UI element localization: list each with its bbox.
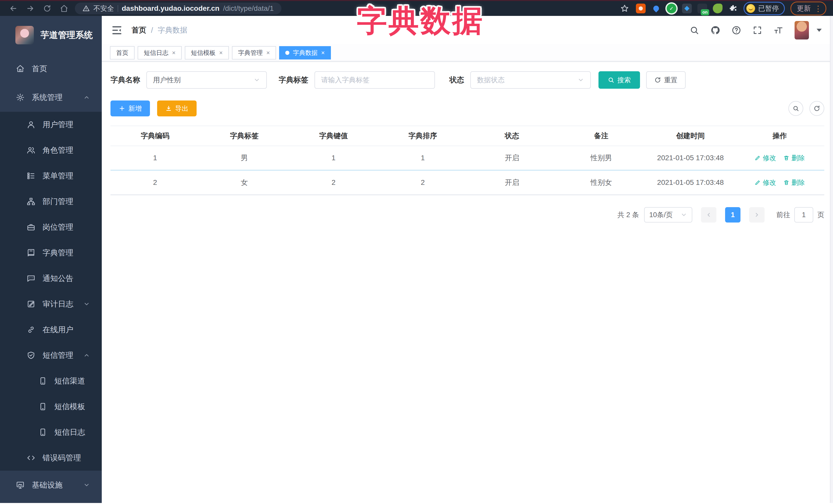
briefcase-icon — [27, 223, 35, 232]
sidebar-item-sms-channel[interactable]: 短信渠道 — [0, 368, 102, 394]
reset-button[interactable]: 重置 — [646, 71, 686, 89]
tab-sms-log[interactable]: 短信日志× — [138, 46, 182, 59]
paused-label: 已暂停 — [758, 4, 779, 13]
tab-home[interactable]: 首页 — [110, 46, 135, 59]
gear-icon — [16, 93, 25, 102]
goto-label: 前往 — [776, 210, 790, 219]
search-icon — [792, 105, 799, 112]
sidebar-item-roles[interactable]: 角色管理 — [0, 137, 102, 163]
security-label[interactable]: 不安全 — [93, 4, 114, 13]
sidebar-item-dict[interactable]: 字典管理 — [0, 240, 102, 266]
bookmark-star-icon[interactable] — [619, 3, 630, 14]
code-icon — [27, 454, 35, 462]
hamburger-icon[interactable] — [111, 24, 123, 36]
browser-update-button[interactable]: 更新 ⋮ — [790, 2, 826, 16]
pencil-icon — [755, 155, 761, 161]
tree-icon — [27, 197, 35, 206]
tab-sms-template[interactable]: 短信模板× — [185, 46, 229, 59]
page-size-select[interactable]: 10条/页 — [644, 207, 692, 222]
prev-page-button[interactable] — [701, 207, 716, 222]
sidebar-item-audit-logs[interactable]: 审计日志 — [0, 291, 102, 317]
close-icon[interactable]: × — [266, 50, 270, 56]
extension-green-check-icon[interactable]: ✓ — [667, 4, 676, 13]
col-dict-sort: 字典排序 — [378, 131, 467, 141]
back-icon[interactable] — [7, 2, 20, 15]
sidebar-item-departments[interactable]: 部门管理 — [0, 189, 102, 214]
scrollbar[interactable] — [830, 16, 833, 503]
extension-stats-icon[interactable] — [682, 4, 692, 13]
chat-icon — [27, 274, 35, 283]
status-text: 开启 — [468, 178, 557, 187]
phone-icon — [39, 402, 47, 411]
extension-orange-icon[interactable] — [636, 4, 646, 13]
address-bar[interactable]: 不安全 dashboard.yudao.iocoder.cn/dict/type… — [75, 3, 281, 14]
fullscreen-icon[interactable] — [753, 25, 762, 35]
sidebar-item-online-users[interactable]: 在线用户 — [0, 317, 102, 342]
sidebar-item-infrastructure[interactable]: 基础设施 — [0, 471, 102, 499]
delete-button[interactable]: 删除 — [783, 178, 805, 187]
breadcrumb-home[interactable]: 首页 — [132, 25, 146, 35]
sidebar-item-sms-log[interactable]: 短信日志 — [0, 419, 102, 445]
edit-button[interactable]: 修改 — [755, 178, 776, 187]
kebab-menu-icon[interactable]: ⋮ — [814, 4, 822, 13]
close-icon[interactable]: × — [321, 50, 325, 56]
font-size-icon[interactable] — [774, 25, 783, 35]
sidebar-item-notices[interactable]: 通知公告 — [0, 266, 102, 291]
forward-icon[interactable] — [24, 2, 37, 15]
status-select[interactable]: 数据状态 — [470, 71, 591, 89]
home-nav-icon[interactable] — [57, 2, 71, 15]
active-dot-icon — [285, 51, 289, 55]
col-create-time: 创建时间 — [646, 131, 735, 141]
sidebar-item-home[interactable]: 首页 — [0, 54, 102, 83]
extension-on-badge-icon[interactable]: on — [697, 4, 707, 13]
profile-paused-pill[interactable]: 已暂停 — [743, 2, 785, 15]
sidebar-item-error-codes[interactable]: 错误码管理 — [0, 445, 102, 471]
update-label: 更新 — [797, 4, 811, 13]
dict-name-label: 字典名称 — [111, 75, 140, 85]
avatar[interactable] — [794, 21, 809, 40]
toggle-search-button[interactable] — [788, 101, 803, 116]
github-icon[interactable] — [711, 25, 720, 35]
page-1-button[interactable]: 1 — [725, 207, 740, 222]
trash-icon — [783, 179, 789, 186]
extensions-puzzle-icon[interactable] — [728, 4, 738, 13]
plus-icon — [119, 105, 125, 112]
dict-tag-input[interactable] — [321, 76, 428, 84]
breadcrumb: 首页 / 字典数据 — [132, 25, 187, 35]
tab-dict-manage[interactable]: 字典管理× — [232, 46, 276, 59]
url-separator — [118, 5, 118, 12]
delete-button[interactable]: 删除 — [783, 153, 805, 163]
next-page-button[interactable] — [749, 207, 765, 222]
close-icon[interactable]: × — [219, 50, 223, 56]
status-text: 开启 — [468, 153, 557, 163]
sidebar-item-users[interactable]: 用户管理 — [0, 112, 102, 137]
goto-page-input[interactable] — [794, 207, 813, 222]
dict-name-select[interactable]: 用户性别 — [146, 71, 267, 89]
extension-blue-icon[interactable] — [651, 4, 661, 13]
add-button[interactable]: 新增 — [111, 100, 150, 116]
help-icon[interactable] — [732, 25, 741, 35]
sidebar-item-system[interactable]: 系统管理 — [0, 83, 102, 112]
export-button[interactable]: 导出 — [157, 100, 197, 116]
sidebar-item-posts[interactable]: 岗位管理 — [0, 214, 102, 240]
close-icon[interactable]: × — [172, 50, 175, 56]
sidebar-item-sms-template[interactable]: 短信模板 — [0, 394, 102, 419]
reload-icon[interactable] — [41, 2, 54, 15]
chevron-down-icon — [681, 212, 687, 218]
shield-icon — [27, 351, 35, 360]
sidebar: 芋道管理系统 首页 系统管理 用户管理 角色管理 菜单管理 — [0, 16, 102, 503]
page-unit-label: 页 — [817, 210, 824, 219]
logo[interactable]: 芋道管理系统 — [0, 16, 102, 54]
annotation-title: 字典数据 — [357, 1, 484, 42]
search-icon[interactable] — [689, 25, 699, 35]
edit-button[interactable]: 修改 — [755, 153, 776, 163]
extension-leaf-icon[interactable] — [713, 4, 722, 13]
sidebar-item-sms[interactable]: 短信管理 — [0, 342, 102, 368]
search-button[interactable]: 搜索 — [598, 71, 640, 89]
tab-dict-data[interactable]: 字典数据× — [279, 46, 331, 59]
refresh-icon — [654, 77, 661, 83]
refresh-table-button[interactable] — [809, 101, 824, 116]
avatar-caret-icon[interactable] — [816, 29, 822, 32]
toolbar: 新增 导出 — [111, 100, 824, 116]
sidebar-item-menus[interactable]: 菜单管理 — [0, 163, 102, 189]
